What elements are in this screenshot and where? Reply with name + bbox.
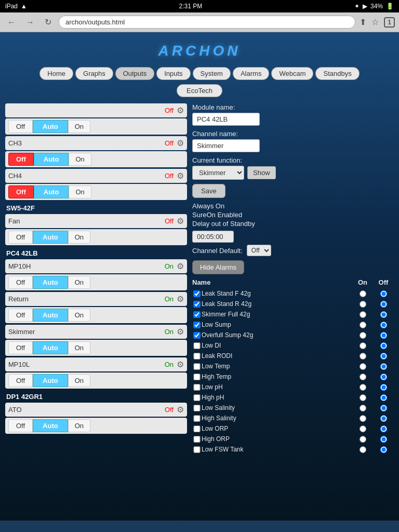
alarm-radio-on[interactable] <box>360 301 366 308</box>
alarm-radio-on[interactable] <box>360 394 366 401</box>
return-on-btn[interactable]: On <box>68 309 90 322</box>
alarm-radio-on[interactable] <box>360 405 366 411</box>
alarm-radio-on[interactable] <box>360 290 366 297</box>
ch3-auto-btn[interactable]: Auto <box>34 153 69 166</box>
alarm-radio-on[interactable] <box>360 436 366 443</box>
ato-auto-btn[interactable]: Auto <box>33 419 68 432</box>
alarm-radio-off[interactable] <box>380 384 387 391</box>
ch4-off-btn[interactable]: Off <box>8 185 34 198</box>
mp10h-on-btn[interactable]: On <box>68 276 90 289</box>
show-button[interactable]: Show <box>247 166 276 179</box>
alarm-checkbox[interactable] <box>192 374 202 380</box>
alarm-checkbox[interactable] <box>192 311 202 318</box>
return-gear[interactable]: ⚙ <box>177 294 184 304</box>
alarm-checkbox[interactable] <box>192 394 202 401</box>
return-off-btn[interactable]: Off <box>8 309 33 322</box>
alarm-checkbox[interactable] <box>192 405 202 411</box>
mp10l-auto-btn[interactable]: Auto <box>33 374 68 387</box>
function-select[interactable]: Skimmer <box>192 166 244 180</box>
mp10l-on-btn[interactable]: On <box>68 374 90 387</box>
alarm-radio-off[interactable] <box>380 446 387 453</box>
skimmer-on-btn[interactable]: On <box>68 341 90 354</box>
alarm-radio-on[interactable] <box>360 415 366 422</box>
alarm-radio-off[interactable] <box>380 353 387 360</box>
alarm-checkbox[interactable] <box>192 290 202 297</box>
tab-home[interactable]: Home <box>39 67 73 80</box>
alarm-radio-on[interactable] <box>360 332 366 339</box>
tab-inputs[interactable]: Inputs <box>156 67 190 80</box>
alarm-radio-off[interactable] <box>380 425 387 432</box>
ato-on-btn[interactable]: On <box>68 419 90 432</box>
fan-on-btn[interactable]: On <box>68 231 90 244</box>
ch3-on-btn[interactable]: On <box>69 153 91 166</box>
alarm-radio-on[interactable] <box>360 311 366 318</box>
alarm-radio-off[interactable] <box>380 322 387 328</box>
alarm-radio-on[interactable] <box>360 384 366 391</box>
forward-button[interactable]: → <box>23 17 37 28</box>
tab-system[interactable]: System <box>193 67 231 80</box>
ato-gear[interactable]: ⚙ <box>177 405 184 415</box>
alarm-checkbox[interactable] <box>192 332 202 339</box>
ch3-off-btn[interactable]: Off <box>8 153 34 166</box>
alarm-radio-off[interactable] <box>380 311 387 318</box>
fan-auto-btn[interactable]: Auto <box>33 231 68 244</box>
tab-outputs[interactable]: Outputs <box>115 67 155 80</box>
tab-count[interactable]: 1 <box>384 17 395 28</box>
fan-off-btn[interactable]: Off <box>8 231 33 244</box>
url-bar[interactable] <box>59 16 355 29</box>
delay-time-input[interactable] <box>192 231 234 243</box>
bookmark-icon[interactable]: ☆ <box>371 17 379 28</box>
mp10h-auto-btn[interactable]: Auto <box>33 276 68 289</box>
alarm-checkbox[interactable] <box>192 353 202 360</box>
alarm-radio-on[interactable] <box>360 425 366 432</box>
ch4-on-btn[interactable]: On <box>69 185 91 198</box>
alarm-radio-on[interactable] <box>360 374 366 380</box>
save-button[interactable]: Save <box>192 184 225 198</box>
skimmer-gear[interactable]: ⚙ <box>177 327 184 337</box>
alarm-radio-on[interactable] <box>360 446 366 453</box>
alarm-radio-off[interactable] <box>380 405 387 411</box>
tab-standbys[interactable]: Standbys <box>315 67 359 80</box>
mp10l-off-btn[interactable]: Off <box>8 374 33 387</box>
tab-graphs[interactable]: Graphs <box>75 67 113 80</box>
alarm-checkbox[interactable] <box>192 342 202 349</box>
ato-off-btn[interactable]: Off <box>8 419 33 432</box>
skimmer-auto-btn[interactable]: Auto <box>33 341 68 354</box>
tab-webcam[interactable]: Webcam <box>271 67 313 80</box>
alarm-radio-on[interactable] <box>360 353 366 360</box>
skimmer-off-btn[interactable]: Off <box>8 341 33 354</box>
alarm-checkbox[interactable] <box>192 301 202 308</box>
ecotech-button[interactable]: EcoTech <box>177 84 222 97</box>
mp10h-off-btn[interactable]: Off <box>8 276 33 289</box>
alarm-radio-off[interactable] <box>380 415 387 422</box>
back-button[interactable]: ← <box>4 17 19 28</box>
alarm-radio-off[interactable] <box>380 342 387 349</box>
alarm-radio-off[interactable] <box>380 374 387 380</box>
ch3-gear[interactable]: ⚙ <box>177 138 184 148</box>
ch4-gear[interactable]: ⚙ <box>177 171 184 181</box>
ch-first-gear[interactable]: ⚙ <box>177 105 184 115</box>
ch-first-off-btn[interactable]: Off <box>8 120 33 133</box>
mp10l-gear[interactable]: ⚙ <box>177 360 184 369</box>
hide-alarms-button[interactable]: Hide Alarms <box>192 260 244 274</box>
ch-first-on-btn[interactable]: On <box>68 120 90 133</box>
channel-name-input[interactable] <box>192 139 260 152</box>
alarm-radio-off[interactable] <box>380 290 387 297</box>
alarm-checkbox[interactable] <box>192 436 202 443</box>
alarm-checkbox[interactable] <box>192 425 202 432</box>
alarm-checkbox[interactable] <box>192 363 202 370</box>
alarm-radio-off[interactable] <box>380 436 387 443</box>
alarm-radio-on[interactable] <box>360 342 366 349</box>
reload-button[interactable]: ↻ <box>42 16 55 28</box>
alarm-checkbox[interactable] <box>192 415 202 422</box>
module-name-input[interactable] <box>192 113 260 126</box>
alarm-checkbox[interactable] <box>192 322 202 328</box>
mp10h-gear[interactable]: ⚙ <box>177 261 184 271</box>
alarm-radio-off[interactable] <box>380 363 387 370</box>
alarm-radio-off[interactable] <box>380 332 387 339</box>
alarm-radio-on[interactable] <box>360 322 366 328</box>
return-auto-btn[interactable]: Auto <box>33 309 68 322</box>
channel-default-select[interactable]: Off On <box>247 245 271 256</box>
share-icon[interactable]: ⬆ <box>360 17 366 28</box>
alarm-radio-off[interactable] <box>380 394 387 401</box>
